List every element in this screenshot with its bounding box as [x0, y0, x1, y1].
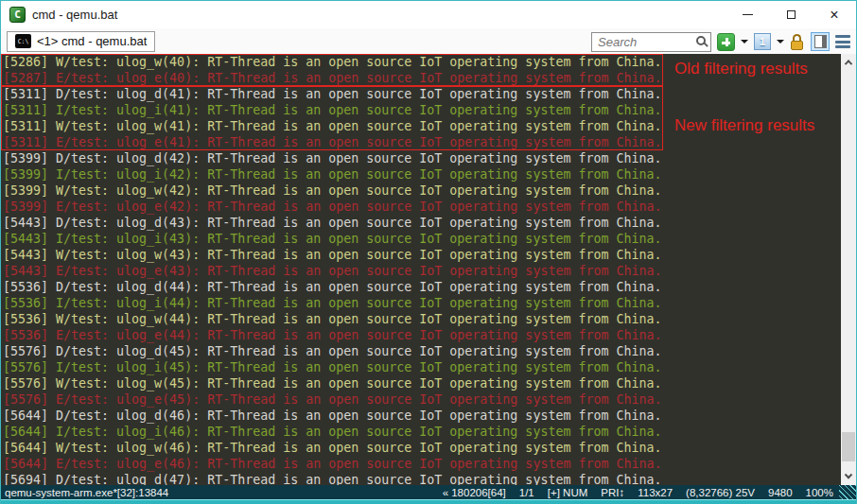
log-line: [5644] D/test: ulog_d(46): RT-Thread is … [3, 408, 856, 424]
log-line: [5443] E/test: ulog_e(43): RT-Thread is … [3, 263, 856, 279]
active-process-label: qemu-system-arm.exe*[32]:13844 [1, 487, 168, 498]
sidebar-icon [814, 35, 827, 48]
log-line: [5399] W/test: ulog_w(42): RT-Thread is … [3, 182, 856, 199]
log-line: [5399] E/test: ulog_e(42): RT-Thread is … [3, 199, 856, 215]
log-line: [5576] E/test: ulog_e(45): RT-Thread is … [3, 391, 856, 408]
menu-button[interactable] [835, 35, 850, 48]
conemu-window: C cmd - qemu.bat × C:\ <1> cmd - qemu.ba… [0, 0, 857, 504]
conemu-app-icon: C [9, 7, 26, 23]
scroll-up-button[interactable] [841, 54, 856, 70]
log-line: [5644] E/test: ulog_e(46): RT-Thread is … [3, 456, 856, 472]
search-box [591, 32, 711, 52]
plus-icon [726, 38, 728, 46]
lock-body [791, 41, 803, 50]
toggle-sidebar-button[interactable] [811, 32, 830, 51]
active-console-button[interactable]: 1 [754, 33, 771, 50]
log-line: [5644] I/test: ulog_i(46): RT-Thread is … [3, 424, 856, 440]
resize-grip[interactable] [839, 485, 856, 500]
log-line: [5644] W/test: ulog_w(46): RT-Thread is … [3, 440, 856, 456]
console-list-dropdown-icon[interactable] [777, 40, 784, 43]
statusbar-item[interactable]: [+] NUM [548, 487, 588, 498]
log-line: [5536] D/test: ulog_d(44): RT-Thread is … [3, 279, 856, 295]
log-line: [5443] D/test: ulog_d(43): RT-Thread is … [3, 215, 856, 231]
statusbar-item[interactable]: « 180206[64] [443, 487, 506, 498]
log-line: [5576] W/test: ulog_w(45): RT-Thread is … [3, 375, 856, 391]
minimize-button[interactable] [726, 1, 769, 28]
maximize-button[interactable] [769, 1, 813, 28]
window-title: cmd - qemu.bat [32, 8, 117, 22]
title-bar: C cmd - qemu.bat × [1, 1, 856, 28]
chevron-down-icon [845, 470, 852, 478]
new-console-dropdown-icon[interactable] [741, 40, 748, 43]
window-controls: × [726, 1, 856, 28]
vertical-scrollbar[interactable] [841, 54, 856, 485]
statusbar-right: « 180206[64]1/1[+] NUMPRI↕113x27(8,32766… [443, 487, 839, 498]
tab-bar: C:\ <1> cmd - qemu.bat 1 [1, 28, 856, 54]
cmd-icon: C:\ [15, 34, 31, 48]
statusbar-item[interactable]: 1/1 [519, 487, 534, 498]
terminal[interactable]: [5286] W/test: ulog_w(40): RT-Thread is … [1, 54, 856, 485]
close-button[interactable]: × [813, 1, 856, 28]
window-bottom-border [1, 499, 856, 504]
log-line: [5311] E/test: ulog_e(41): RT-Thread is … [3, 134, 856, 150]
maximize-icon [787, 10, 796, 19]
close-icon: × [830, 8, 838, 23]
statusbar-item[interactable]: 113x27 [638, 487, 673, 498]
log-line: [5443] I/test: ulog_i(43): RT-Thread is … [3, 231, 856, 247]
status-bar: qemu-system-arm.exe*[32]:13844 « 180206[… [1, 485, 856, 500]
chevron-up-icon [845, 60, 852, 67]
log-line: [5311] D/test: ulog_d(41): RT-Thread is … [3, 86, 856, 102]
toolbar: 1 [591, 31, 852, 52]
log-line: [5536] I/test: ulog_i(44): RT-Thread is … [3, 295, 856, 311]
log-line: [5536] E/test: ulog_e(44): RT-Thread is … [3, 327, 856, 343]
scroll-down-button[interactable] [841, 469, 856, 485]
minimize-icon [743, 14, 753, 15]
log-line: [5694] D/test: ulog_d(47): RT-Thread is … [3, 472, 856, 485]
search-icon [696, 36, 706, 45]
tab-label: <1> cmd - qemu.bat [37, 34, 147, 48]
statusbar-item[interactable]: (8,32766) 25V [686, 487, 755, 498]
scrollbar-thumb[interactable] [842, 432, 855, 461]
new-console-button[interactable] [717, 33, 735, 51]
log-line: [5576] I/test: ulog_i(45): RT-Thread is … [3, 359, 856, 375]
log-line: [5536] W/test: ulog_w(44): RT-Thread is … [3, 311, 856, 327]
log-line: [5399] I/test: ulog_i(42): RT-Thread is … [3, 166, 856, 182]
statusbar-item[interactable]: PRI↕ [601, 487, 624, 498]
tab-cmd-qemu[interactable]: C:\ <1> cmd - qemu.bat [7, 31, 155, 52]
log-line: [5399] D/test: ulog_d(42): RT-Thread is … [3, 150, 856, 166]
statusbar-item[interactable]: 9480 [768, 487, 793, 498]
log-line: [5576] D/test: ulog_d(45): RT-Thread is … [3, 343, 856, 359]
new-filter-annotation: New filtering results [674, 116, 814, 135]
old-filter-annotation: Old filtering results [674, 60, 808, 78]
lock-icon[interactable] [790, 33, 805, 51]
search-input[interactable] [592, 33, 710, 51]
log-line: [5443] W/test: ulog_w(43): RT-Thread is … [3, 247, 856, 263]
statusbar-item[interactable]: 100% [806, 487, 833, 498]
